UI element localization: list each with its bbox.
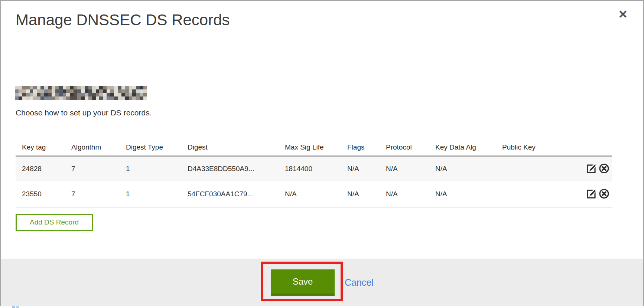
cell-digest-type: 1 [120,156,181,181]
col-header-algorithm: Algorithm [65,140,120,156]
cancel-link[interactable]: Cancel [345,277,374,288]
edit-icon [586,195,598,200]
col-header-key-tag: Key tag [16,140,65,156]
ds-records-table: Key tag Algorithm Digest Type Digest Max… [16,140,612,207]
cell-key-tag: 24828 [16,156,65,181]
col-header-flags: Flags [341,140,380,156]
cell-key-tag: 23550 [16,181,65,207]
cell-protocol: N/A [380,156,429,181]
col-header-digest: Digest [181,140,279,156]
cell-algorithm: 7 [65,181,120,207]
circle-x-icon [598,195,610,200]
cell-flags: N/A [341,181,380,207]
cell-protocol: N/A [380,181,429,207]
cell-digest-type: 1 [120,181,181,207]
edit-record-button[interactable] [586,163,598,175]
delete-record-button[interactable] [598,188,610,200]
cell-key-data-alg: N/A [429,181,496,207]
close-icon[interactable]: ✕ [618,9,628,20]
table-row: 24828 7 1 D4A33E8DD550A9... 1814400 N/A … [16,156,612,181]
edit-icon [586,170,598,175]
cell-max-sig-life: N/A [279,181,341,207]
cell-max-sig-life: 1814400 [279,156,341,181]
table-header-row: Key tag Algorithm Digest Type Digest Max… [16,140,612,156]
add-ds-record-button[interactable]: Add DS Record [16,214,93,231]
cell-public-key [496,181,581,207]
col-header-protocol: Protocol [380,140,429,156]
cell-flags: N/A [341,156,380,181]
col-header-max-sig-life: Max Sig Life [279,140,341,156]
col-header-actions [581,140,612,156]
cell-digest: D4A33E8DD550A9... [181,156,279,181]
cell-algorithm: 7 [65,156,120,181]
dialog-title: Manage DNSSEC DS Records [16,11,230,29]
circle-x-icon [598,170,610,175]
instruction-text: Choose how to set up your DS records. [16,108,152,117]
cell-key-data-alg: N/A [429,156,496,181]
cell-digest: 54FCF030AA1C79... [181,181,279,207]
save-button[interactable]: Save [271,269,335,296]
col-header-digest-type: Digest Type [120,140,181,156]
background-page-peek [0,306,644,308]
edit-record-button[interactable] [586,188,598,200]
background-page-content [12,306,21,308]
dialog-footer: Save Cancel [1,259,643,306]
table-row: 23550 7 1 54FCF030AA1C79... N/A N/A N/A … [16,181,612,207]
delete-record-button[interactable] [598,163,610,175]
col-header-public-key: Public Key [496,140,581,156]
cell-public-key [496,156,581,181]
dnssec-dialog: Manage DNSSEC DS Records ✕ Choose how to… [0,0,644,306]
domain-name-redacted [15,86,147,100]
col-header-key-data-alg: Key Data Alg [429,140,496,156]
